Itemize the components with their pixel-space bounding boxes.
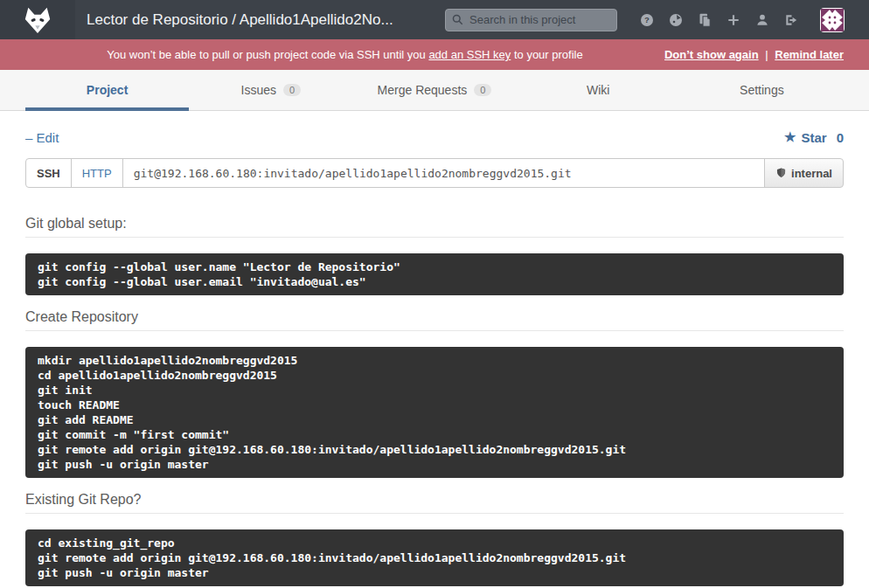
search-icon bbox=[452, 14, 463, 25]
tab-issues-label: Issues bbox=[241, 83, 276, 97]
project-nav-tabs: Project Issues 0 Merge Requests 0 Wiki S… bbox=[0, 70, 869, 111]
profile-settings-icon[interactable] bbox=[755, 13, 769, 27]
ssh-warning-text-before: You won’t be able to pull or push projec… bbox=[107, 48, 428, 61]
dont-show-again-link[interactable]: Don’t show again bbox=[664, 48, 759, 61]
tab-settings[interactable]: Settings bbox=[680, 70, 844, 110]
tab-wiki[interactable]: Wiki bbox=[517, 70, 680, 110]
explore-icon[interactable] bbox=[669, 13, 683, 27]
identicon-avatar-image bbox=[820, 8, 845, 32]
clone-url-input[interactable] bbox=[122, 158, 765, 188]
new-project-icon[interactable] bbox=[726, 13, 740, 27]
add-ssh-key-link[interactable]: add an SSH key bbox=[428, 48, 511, 61]
tab-merge-requests[interactable]: Merge Requests 0 bbox=[352, 70, 516, 110]
gitlab-logo[interactable] bbox=[0, 0, 75, 39]
logout-icon[interactable] bbox=[784, 13, 798, 27]
star-icon: ★ bbox=[784, 129, 796, 145]
ssh-warning-text-after: to your profile bbox=[511, 48, 582, 61]
project-content: – Edit ★ Star 0 SSH HTTP internal Git gl… bbox=[0, 129, 869, 588]
top-navbar: Lector de Repositorio / Apellido1Apellid… bbox=[0, 0, 869, 39]
star-button[interactable]: ★ Star 0 bbox=[784, 129, 844, 145]
edit-link[interactable]: – Edit bbox=[25, 130, 59, 145]
section-git-global-setup: Git global setup: git config --global us… bbox=[25, 216, 844, 295]
star-count: 0 bbox=[837, 130, 844, 145]
tab-merge-requests-label: Merge Requests bbox=[378, 83, 468, 97]
search-input[interactable] bbox=[445, 9, 617, 31]
ssh-protocol-button[interactable]: SSH bbox=[25, 158, 72, 188]
shield-icon bbox=[775, 167, 787, 179]
code-block-git-global-setup: git config --global user.name "Lector de… bbox=[25, 253, 844, 295]
clone-url-bar: SSH HTTP internal bbox=[25, 158, 844, 188]
issues-count-badge: 0 bbox=[283, 84, 301, 96]
project-title-breadcrumb: Lector de Repositorio / Apellido1Apellid… bbox=[87, 11, 393, 29]
section-title: Existing Git Repo? bbox=[25, 492, 844, 514]
topbar-icon-nav: ? bbox=[640, 8, 869, 32]
tab-wiki-label: Wiki bbox=[587, 83, 609, 97]
project-head-row: – Edit ★ Star 0 bbox=[25, 129, 844, 145]
tab-project[interactable]: Project bbox=[25, 70, 189, 110]
section-title: Create Repository bbox=[25, 309, 844, 331]
star-label: Star bbox=[801, 130, 826, 145]
merge-requests-count-badge: 0 bbox=[474, 84, 491, 96]
section-create-repository: Create Repository mkdir apellido1apellid… bbox=[25, 309, 844, 478]
visibility-button[interactable]: internal bbox=[764, 158, 844, 188]
visibility-label: internal bbox=[791, 167, 832, 180]
avatar[interactable] bbox=[820, 8, 845, 32]
section-title: Git global setup: bbox=[25, 216, 844, 238]
search-box bbox=[445, 9, 617, 31]
http-protocol-button[interactable]: HTTP bbox=[71, 158, 123, 188]
code-block-existing-git-repo: cd existing_git_repo git remote add orig… bbox=[25, 529, 844, 586]
section-existing-git-repo: Existing Git Repo? cd existing_git_repo … bbox=[25, 492, 844, 586]
help-icon[interactable]: ? bbox=[640, 13, 654, 27]
tab-settings-label: Settings bbox=[740, 83, 784, 97]
code-block-create-repository: mkdir apellido1apellido2nombreggvd2015 c… bbox=[25, 347, 844, 478]
remind-later-link[interactable]: Remind later bbox=[775, 48, 844, 61]
gitlab-app: Lector de Repositorio / Apellido1Apellid… bbox=[0, 0, 869, 588]
snippets-icon[interactable] bbox=[698, 13, 712, 27]
tab-issues[interactable]: Issues 0 bbox=[189, 70, 352, 110]
tab-project-label: Project bbox=[87, 83, 128, 97]
ssh-warning-message: You won’t be able to pull or push projec… bbox=[25, 48, 664, 61]
banner-actions: Don’t show again | Remind later bbox=[664, 48, 844, 61]
svg-text:?: ? bbox=[644, 15, 650, 24]
ssh-warning-banner: You won’t be able to pull or push projec… bbox=[0, 39, 869, 70]
gitlab-fox-logo-icon bbox=[22, 6, 53, 34]
banner-links-separator: | bbox=[765, 48, 768, 61]
